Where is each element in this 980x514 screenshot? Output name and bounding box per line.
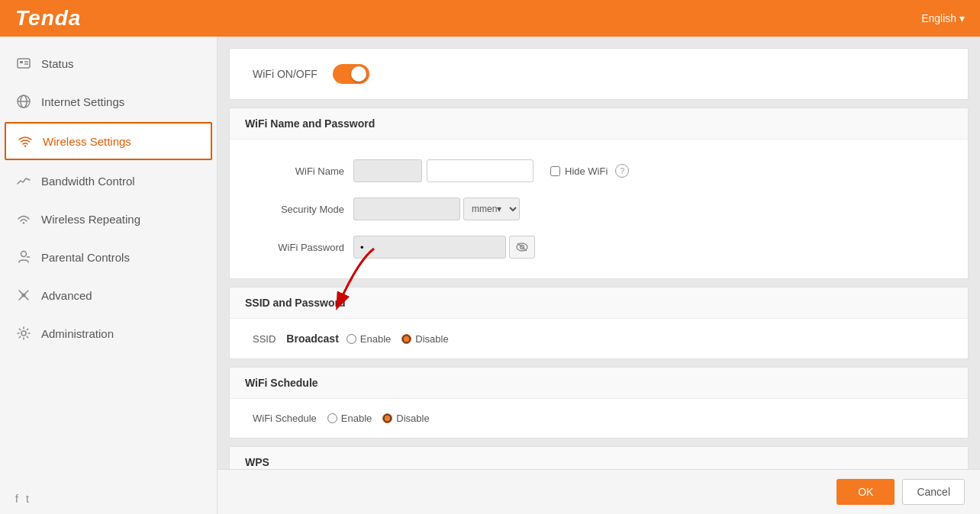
facebook-link[interactable]: f bbox=[15, 493, 18, 505]
ssid-enable-label: Enable bbox=[360, 333, 391, 345]
show-password-button[interactable] bbox=[509, 236, 535, 259]
wireless-repeating-icon bbox=[15, 210, 32, 227]
svg-point-9 bbox=[21, 252, 27, 257]
wifi-name-form: WiFi Name Hide WiFi ? Security Mode bbox=[230, 140, 968, 278]
cancel-button[interactable]: Cancel bbox=[902, 479, 965, 505]
svg-rect-0 bbox=[18, 59, 30, 68]
ssid-broadcast-bold-label: Broadcast bbox=[286, 332, 338, 345]
wifi-name-label: WiFi Name bbox=[253, 165, 344, 177]
schedule-enable-label: Enable bbox=[341, 413, 372, 424]
header: Tenda English ▾ bbox=[0, 0, 980, 37]
bottom-bar: OK Cancel bbox=[218, 469, 980, 514]
wifi-toggle-label: WiFi ON/OFF bbox=[253, 68, 318, 80]
wifi-schedule-card: WiFi Schedule WiFi Schedule Enable Disab… bbox=[229, 367, 969, 439]
parental-controls-icon bbox=[15, 249, 32, 265]
wifi-name-inputs bbox=[353, 159, 534, 182]
social-links: f t bbox=[0, 483, 217, 514]
hide-wifi-checkbox[interactable] bbox=[550, 166, 560, 176]
security-mode-select[interactable]: mmen▾ bbox=[463, 198, 520, 220]
wifi-toggle-row: WiFi ON/OFF bbox=[230, 49, 968, 99]
wifi-password-row: WiFi Password bbox=[253, 228, 945, 266]
ssid-disable-option[interactable]: Disable bbox=[401, 333, 448, 345]
wifi-name-password-card: WiFi Name and Password WiFi Name Hide Wi… bbox=[229, 108, 969, 279]
security-mode-input[interactable] bbox=[353, 198, 460, 220]
security-mode-inputs: mmen▾ bbox=[353, 198, 520, 220]
layout: Status Internet Settings bbox=[0, 37, 980, 514]
sidebar-item-parental-controls[interactable]: Parental Controls bbox=[0, 238, 217, 276]
wifi-name-input-1[interactable] bbox=[353, 159, 422, 182]
sidebar-item-status[interactable]: Status bbox=[0, 44, 217, 82]
sidebar-item-wireless-repeating[interactable]: Wireless Repeating bbox=[0, 200, 217, 238]
sidebar-item-wireless-settings-label: Wireless Settings bbox=[43, 135, 131, 148]
ssid-broadcast-radio-group: Enable Disable bbox=[347, 333, 449, 345]
ssid-disable-label: Disable bbox=[415, 333, 448, 345]
sidebar-item-parental-controls-label: Parental Controls bbox=[41, 251, 130, 264]
sidebar-item-advanced-label: Advanced bbox=[41, 289, 92, 302]
wifi-toggle-card: WiFi ON/OFF bbox=[229, 48, 969, 100]
toggle-slider bbox=[333, 64, 369, 84]
ssid-broadcast-row: SSID Broadcast Enable Disable bbox=[230, 319, 968, 358]
svg-rect-1 bbox=[20, 61, 23, 63]
help-icon[interactable]: ? bbox=[615, 164, 629, 178]
wifi-name-section-header: WiFi Name and Password bbox=[230, 108, 968, 140]
language-selector[interactable]: English ▾ bbox=[921, 12, 965, 24]
main-content: WiFi ON/OFF WiFi Name and Password WiFi … bbox=[218, 37, 980, 514]
ssid-label: SSID bbox=[253, 333, 276, 345]
status-icon bbox=[15, 55, 32, 72]
wireless-settings-icon bbox=[17, 133, 34, 149]
schedule-disable-radio[interactable] bbox=[382, 413, 392, 423]
bandwidth-control-icon bbox=[15, 172, 32, 189]
wifi-password-inputs bbox=[353, 236, 535, 259]
wifi-password-label: WiFi Password bbox=[253, 242, 344, 253]
sidebar-item-advanced[interactable]: Advanced bbox=[0, 276, 217, 314]
hide-wifi-option: Hide WiFi ? bbox=[550, 164, 629, 178]
ssid-disable-radio[interactable] bbox=[401, 334, 411, 344]
svg-point-14 bbox=[21, 331, 26, 336]
sidebar-item-status-label: Status bbox=[41, 57, 74, 70]
ssid-enable-radio[interactable] bbox=[347, 334, 356, 344]
twitter-link[interactable]: t bbox=[26, 493, 29, 505]
logo: Tenda bbox=[15, 6, 81, 31]
wifi-name-input-2[interactable] bbox=[427, 159, 534, 182]
hide-wifi-label: Hide WiFi bbox=[565, 165, 608, 177]
sidebar-item-bandwidth-control-label: Bandwidth Control bbox=[41, 175, 135, 188]
administration-icon bbox=[15, 325, 32, 342]
ssid-section-wrapper: SSID and Password SSID Broadcast Enable … bbox=[229, 287, 969, 359]
ssid-section-header: SSID and Password bbox=[230, 288, 968, 319]
wifi-schedule-radio-group: Enable Disable bbox=[327, 413, 430, 424]
wifi-toggle-switch[interactable] bbox=[333, 64, 369, 84]
sidebar-item-administration-label: Administration bbox=[41, 327, 114, 340]
advanced-icon bbox=[15, 287, 32, 304]
ok-button[interactable]: OK bbox=[837, 479, 895, 505]
wifi-name-row: WiFi Name Hide WiFi ? bbox=[253, 152, 945, 190]
wifi-password-input[interactable] bbox=[353, 236, 506, 259]
sidebar-item-wireless-repeating-label: Wireless Repeating bbox=[41, 213, 140, 226]
ssid-enable-option[interactable]: Enable bbox=[347, 333, 391, 345]
wifi-schedule-section-header: WiFi Schedule bbox=[230, 368, 968, 399]
internet-settings-icon bbox=[15, 93, 32, 110]
wifi-schedule-row: WiFi Schedule Enable Disable bbox=[230, 399, 968, 438]
sidebar-item-internet-settings-label: Internet Settings bbox=[41, 95, 124, 108]
ssid-password-card: SSID and Password SSID Broadcast Enable … bbox=[229, 287, 969, 359]
sidebar-item-wireless-settings[interactable]: Wireless Settings bbox=[5, 122, 212, 160]
wifi-schedule-label: WiFi Schedule bbox=[253, 413, 317, 424]
sidebar: Status Internet Settings bbox=[0, 37, 218, 514]
sidebar-item-internet-settings[interactable]: Internet Settings bbox=[0, 82, 217, 120]
sidebar-item-administration[interactable]: Administration bbox=[0, 314, 217, 352]
svg-point-7 bbox=[24, 145, 26, 146]
schedule-enable-option[interactable]: Enable bbox=[327, 413, 372, 424]
sidebar-item-bandwidth-control[interactable]: Bandwidth Control bbox=[0, 162, 217, 200]
security-mode-label: Security Mode bbox=[253, 204, 344, 215]
schedule-disable-label: Disable bbox=[396, 413, 429, 424]
schedule-disable-option[interactable]: Disable bbox=[382, 413, 429, 424]
security-mode-row: Security Mode mmen▾ bbox=[253, 190, 945, 228]
svg-point-8 bbox=[23, 222, 24, 223]
schedule-enable-radio[interactable] bbox=[327, 413, 337, 423]
